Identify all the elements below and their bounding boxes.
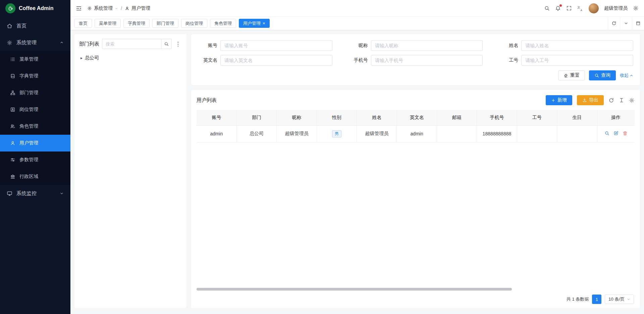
tab-dictionary-management[interactable]: 字典管理 — [123, 19, 150, 28]
search-icon — [594, 73, 599, 78]
row-actions — [604, 131, 628, 136]
breadcrumb-item-system[interactable]: 系统管理 — [87, 5, 118, 11]
column-header-work-no: 工号 — [517, 110, 557, 125]
field-label: 手机号 — [348, 57, 368, 63]
account-input[interactable] — [220, 40, 332, 51]
sidebar-item-user-management[interactable]: 用户管理 — [0, 135, 70, 151]
home-icon — [7, 23, 12, 29]
tab-user-management[interactable]: 用户管理 × — [239, 19, 270, 28]
column-settings-gear-icon[interactable] — [629, 98, 635, 103]
department-panel-title: 部门列表 — [79, 41, 99, 47]
sidebar-item-system-monitor[interactable]: 系统监控 — [0, 185, 70, 202]
export-button[interactable]: 导出 — [577, 95, 604, 105]
delete-icon[interactable] — [623, 131, 628, 136]
chevron-down-icon[interactable] — [620, 17, 632, 30]
tab-role-management[interactable]: 角色管理 — [210, 19, 236, 28]
user-name[interactable]: 超级管理员 — [604, 5, 628, 11]
tab-label: 用户管理 — [243, 20, 261, 26]
phone-input[interactable] — [371, 55, 483, 66]
settings-gear-icon[interactable] — [633, 5, 639, 11]
sidebar-item-home[interactable]: 首页 — [0, 17, 70, 34]
tab-home[interactable]: 首页 — [74, 19, 92, 28]
tab-department-management[interactable]: 部门管理 — [152, 19, 178, 28]
reset-button[interactable]: 重置 — [558, 70, 585, 80]
view-icon[interactable] — [604, 131, 609, 136]
name-input[interactable] — [521, 40, 633, 51]
tree-node-company[interactable]: ▸ 总公司 — [79, 53, 181, 63]
cell-department: 总公司 — [236, 125, 276, 142]
search-icon[interactable] — [161, 39, 172, 49]
sidebar-item-department-management[interactable]: 部门管理 — [0, 84, 70, 101]
row-height-icon[interactable] — [619, 98, 624, 103]
avatar[interactable] — [589, 3, 599, 13]
field-label: 英文名 — [198, 57, 217, 63]
chevron-down-icon — [627, 298, 630, 301]
user-table: 账号 部门 昵称 性别 姓名 英文名 邮箱 手机号 工号 生日 — [197, 110, 635, 142]
cell-email — [437, 125, 477, 142]
collapse-label: 收起 — [620, 72, 629, 78]
menu-collapse-icon[interactable] — [76, 5, 82, 11]
cell-account: admin — [197, 125, 236, 142]
table-row: admin 总公司 超级管理员 男 超级管理员 admin 1888888888… — [197, 125, 635, 142]
sidebar-item-label: 用户管理 — [19, 140, 64, 146]
sidebar-item-dictionary-management[interactable]: 字典管理 — [0, 68, 70, 84]
department-search-input[interactable] — [102, 39, 161, 49]
sidebar-item-menu-management[interactable]: 菜单管理 — [0, 51, 70, 68]
chevron-down-icon — [60, 191, 64, 195]
more-options-icon[interactable]: ⋮ — [174, 41, 181, 48]
maximize-icon[interactable] — [632, 17, 644, 30]
column-header-phone: 手机号 — [477, 110, 517, 125]
column-header-name: 姓名 — [357, 110, 397, 125]
collapse-toggle[interactable]: 收起 — [620, 72, 633, 78]
sidebar-item-label: 角色管理 — [19, 123, 64, 129]
breadcrumb-item-user-management[interactable]: 用户管理 — [125, 5, 150, 11]
department-tree: ▸ 总公司 — [79, 53, 181, 63]
cell-gender: 男 — [317, 125, 357, 142]
gender-badge: 男 — [332, 130, 341, 137]
tab-label: 菜单管理 — [99, 20, 116, 26]
nickname-input[interactable] — [371, 40, 483, 51]
work-no-input[interactable] — [521, 55, 633, 66]
coffee-logo-icon — [5, 3, 15, 13]
sidebar-item-parameter-management[interactable]: 参数管理 — [0, 151, 70, 168]
tab-post-management[interactable]: 岗位管理 — [181, 19, 207, 28]
sidebar-item-label: 岗位管理 — [19, 107, 64, 113]
tree-node-label: 总公司 — [85, 55, 99, 61]
close-icon[interactable]: × — [263, 21, 265, 25]
page-size-select[interactable]: 10 条/页 — [605, 295, 634, 304]
page-button-1[interactable]: 1 — [592, 295, 601, 304]
column-header-birthday: 生日 — [557, 110, 597, 125]
caret-right-icon[interactable]: ▸ — [80, 56, 83, 60]
sidebar-item-post-management[interactable]: 岗位管理 — [0, 101, 70, 118]
top-header: 系统管理 / 用户管理 文A 超级管理员 — [70, 0, 644, 17]
sidebar-item-role-management[interactable]: 角色管理 — [0, 118, 70, 135]
department-search-group — [102, 39, 172, 49]
fullscreen-icon[interactable] — [566, 5, 572, 11]
org-tree-icon — [10, 90, 15, 96]
translate-icon[interactable]: 文A — [577, 5, 583, 11]
column-header-email: 邮箱 — [437, 110, 477, 125]
download-icon — [582, 98, 587, 103]
refresh-icon[interactable] — [608, 98, 614, 103]
sidebar-item-label: 首页 — [16, 23, 64, 29]
scrollbar-thumb[interactable] — [197, 288, 512, 291]
add-button[interactable]: 新增 — [546, 95, 572, 105]
user-list-title: 用户列表 — [197, 97, 217, 104]
search-icon[interactable] — [544, 5, 550, 11]
app-logo: Coffee Admin — [0, 0, 70, 17]
sidebar-item-label: 部门管理 — [19, 90, 64, 96]
notification-dot — [559, 4, 562, 7]
breadcrumb-separator: / — [121, 6, 122, 11]
notification-bell-icon[interactable] — [555, 5, 561, 11]
english-name-input[interactable] — [220, 55, 332, 66]
breadcrumb-label: 用户管理 — [131, 5, 150, 11]
tab-menu-management[interactable]: 菜单管理 — [95, 19, 121, 28]
sidebar-item-system[interactable]: 系统管理 — [0, 34, 70, 51]
chevron-up-icon — [60, 41, 64, 45]
tab-label: 角色管理 — [214, 20, 232, 26]
edit-icon[interactable] — [613, 131, 619, 136]
breadcrumb-label: 系统管理 — [94, 5, 113, 11]
sidebar-item-admin-region[interactable]: 行政区域 — [0, 168, 70, 185]
search-button[interactable]: 查询 — [589, 70, 616, 80]
refresh-icon[interactable] — [608, 17, 620, 30]
